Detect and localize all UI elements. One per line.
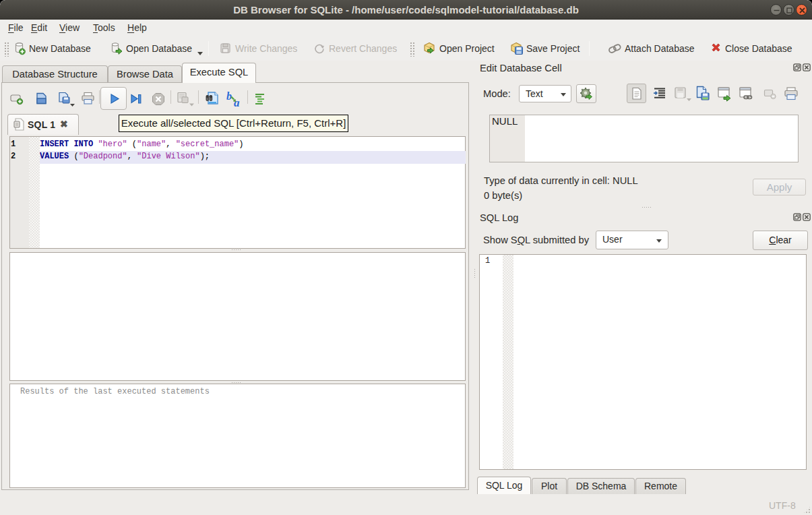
svg-text:a: a xyxy=(234,96,240,107)
svg-text:b: b xyxy=(226,91,232,102)
